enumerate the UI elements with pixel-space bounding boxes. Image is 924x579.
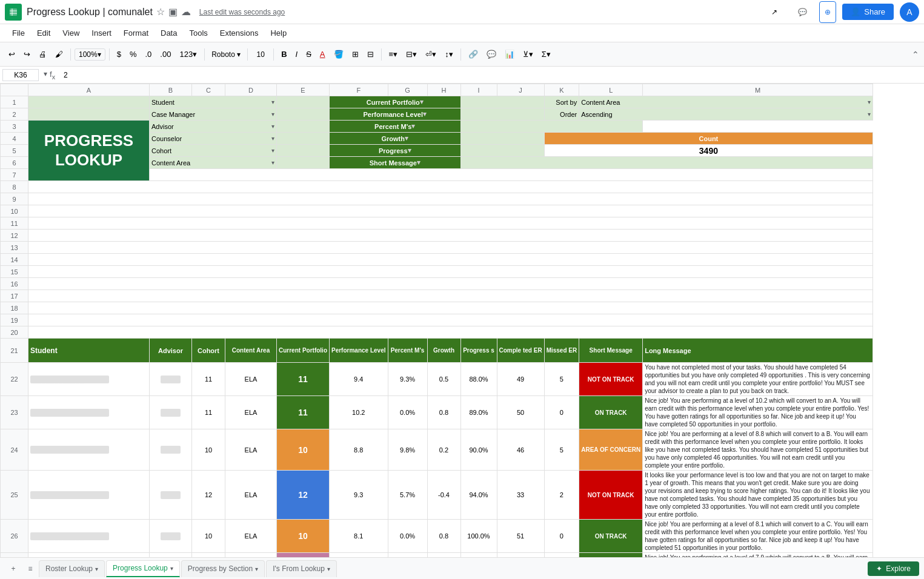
- tab-progress-by-section[interactable]: Progress by Section ▾: [181, 560, 265, 577]
- cell-student-23[interactable]: ████████████: [28, 396, 150, 429]
- merge-button[interactable]: ⊟: [364, 47, 377, 61]
- cell-progress-24[interactable]: 90.0%: [460, 429, 497, 471]
- cell-missed-er-22[interactable]: 5: [544, 363, 579, 396]
- menu-tools[interactable]: Tools: [184, 26, 212, 40]
- col-A-header[interactable]: A: [28, 84, 150, 96]
- expand-btn[interactable]: ⌃: [912, 50, 919, 59]
- cell-content-area-25[interactable]: ELA: [225, 471, 277, 520]
- cell-completed-er-26[interactable]: 51: [497, 520, 544, 553]
- cell-B4[interactable]: Counselor ▾: [150, 133, 277, 145]
- cell-growth-27[interactable]: 0.0: [427, 553, 460, 558]
- cell-E6[interactable]: [277, 157, 330, 169]
- cell-advisor-27[interactable]: ████: [150, 553, 192, 558]
- cell-missed-er-26[interactable]: 0: [544, 520, 579, 553]
- cell-percent-ms-26[interactable]: 0.0%: [388, 520, 427, 553]
- decimal2-button[interactable]: .00: [156, 47, 174, 61]
- tab-progress-lookup[interactable]: Progress Lookup ▾: [106, 560, 180, 577]
- menu-file[interactable]: File: [7, 26, 30, 40]
- cell-missed-er-24[interactable]: 5: [544, 429, 579, 471]
- cell-perf-level-25[interactable]: 9.3: [330, 471, 388, 520]
- cell-B5[interactable]: Cohort ▾: [150, 145, 277, 157]
- cell-advisor-24[interactable]: ████: [150, 429, 192, 471]
- cell-advisor-25[interactable]: ████: [150, 471, 192, 520]
- print-button[interactable]: 🖨: [35, 47, 50, 61]
- col-J-header[interactable]: J: [497, 84, 544, 96]
- cell-growth-26[interactable]: 0.8: [427, 520, 460, 553]
- tab-roster-arrow[interactable]: ▾: [95, 566, 98, 572]
- cell-progress-26[interactable]: 100.0%: [460, 520, 497, 553]
- wrap-button[interactable]: ⏎▾: [422, 47, 440, 61]
- percent-button[interactable]: %: [126, 47, 141, 61]
- cell-perf-level-23[interactable]: 10.2: [330, 396, 388, 429]
- cell-progress-25[interactable]: 94.0%: [460, 471, 497, 520]
- comments-icon-btn[interactable]: 💬: [791, 1, 813, 23]
- cell-portfolio-26[interactable]: 10: [277, 520, 330, 553]
- col-L-header[interactable]: L: [579, 84, 643, 96]
- tab-section-arrow[interactable]: ▾: [255, 566, 258, 572]
- col-D-header[interactable]: D: [225, 84, 277, 96]
- cell-short-msg-24[interactable]: AREA OF CONCERN: [579, 429, 643, 471]
- menu-view[interactable]: View: [58, 26, 84, 40]
- cell-growth-23[interactable]: 0.8: [427, 396, 460, 429]
- spreadsheet[interactable]: A B C D E F G H I J K L M 1: [0, 84, 924, 557]
- add-icon-btn[interactable]: ⊕: [819, 1, 836, 23]
- star-icon[interactable]: ☆: [156, 6, 165, 18]
- col-M-header[interactable]: M: [643, 84, 873, 96]
- tab-is-arrow[interactable]: ▾: [327, 566, 330, 572]
- cell-completed-er-27[interactable]: 42: [497, 553, 544, 558]
- cell-completed-er-23[interactable]: 50: [497, 396, 544, 429]
- cell-missed-er-23[interactable]: 0: [544, 396, 579, 429]
- cell-short-msg-25[interactable]: NOT ON TRACK: [579, 471, 643, 520]
- cell-F6[interactable]: Short Message ▾: [330, 157, 461, 169]
- cell-portfolio-25[interactable]: 12: [277, 471, 330, 520]
- cell-B6[interactable]: Content Area ▾: [150, 157, 277, 169]
- cell-student-26[interactable]: ████████████: [28, 520, 150, 553]
- cell-E4[interactable]: [277, 133, 330, 145]
- col-H-header[interactable]: H: [427, 84, 460, 96]
- cell-progress-23[interactable]: 89.0%: [460, 396, 497, 429]
- cell-content-area-26[interactable]: ELA: [225, 520, 277, 553]
- italic-button[interactable]: I: [292, 47, 302, 61]
- fill-color-button[interactable]: 🪣: [330, 47, 347, 61]
- cell-student-27[interactable]: ████████████: [28, 553, 150, 558]
- menu-format[interactable]: Format: [119, 26, 153, 40]
- sheet-menu-button[interactable]: ≡: [22, 560, 39, 577]
- cell-content-area-22[interactable]: ELA: [225, 363, 277, 396]
- menu-extensions[interactable]: Extensions: [215, 26, 264, 40]
- last-edit[interactable]: Last edit was seconds ago: [199, 8, 285, 16]
- share-button[interactable]: 👤 Share: [842, 4, 894, 20]
- cell-B2[interactable]: Case Manager ▾: [150, 108, 277, 121]
- cell-portfolio-22[interactable]: 11: [277, 363, 330, 396]
- stats-icon-btn[interactable]: ↗: [763, 1, 785, 23]
- comment-button[interactable]: 💬: [483, 47, 500, 61]
- cell-portfolio-23[interactable]: 11: [277, 396, 330, 429]
- cell-E1[interactable]: [277, 96, 330, 108]
- underline-button[interactable]: A: [316, 47, 329, 61]
- cell-percent-ms-24[interactable]: 9.8%: [388, 429, 427, 471]
- tab-progress-arrow[interactable]: ▾: [170, 565, 173, 572]
- cloud-icon[interactable]: ☁: [181, 6, 191, 18]
- cell-advisor-22[interactable]: ████: [150, 363, 192, 396]
- menu-data[interactable]: Data: [156, 26, 182, 40]
- cell-completed-er-24[interactable]: 46: [497, 429, 544, 471]
- cell-F2[interactable]: Performance Level ▾: [330, 108, 461, 121]
- cell-percent-ms-22[interactable]: 9.3%: [388, 363, 427, 396]
- cell-progress-27[interactable]: 100.0%: [460, 553, 497, 558]
- avatar[interactable]: A: [900, 2, 919, 22]
- cell-E3[interactable]: [277, 121, 330, 133]
- tab-is-from-lookup[interactable]: I's From Lookup ▾: [266, 560, 337, 577]
- cell-content-area-27[interactable]: ELA: [225, 553, 277, 558]
- menu-help[interactable]: Help: [265, 26, 291, 40]
- cell-content-area-24[interactable]: ELA: [225, 429, 277, 471]
- function-icon[interactable]: fx: [50, 70, 55, 81]
- formula-input[interactable]: 2: [60, 70, 922, 81]
- rotate-button[interactable]: ↕▾: [441, 47, 457, 61]
- col-E-header[interactable]: E: [277, 84, 330, 96]
- zoom-control[interactable]: 100% ▾: [75, 48, 105, 61]
- valign-button[interactable]: ⊟▾: [402, 47, 420, 61]
- paint-format-button[interactable]: 🖌: [52, 47, 67, 61]
- cell-F3[interactable]: Percent M's ▾: [330, 121, 461, 133]
- cell-growth-22[interactable]: 0.5: [427, 363, 460, 396]
- cell-perf-level-22[interactable]: 9.4: [330, 363, 388, 396]
- cell-perf-level-27[interactable]: 7.9: [330, 553, 388, 558]
